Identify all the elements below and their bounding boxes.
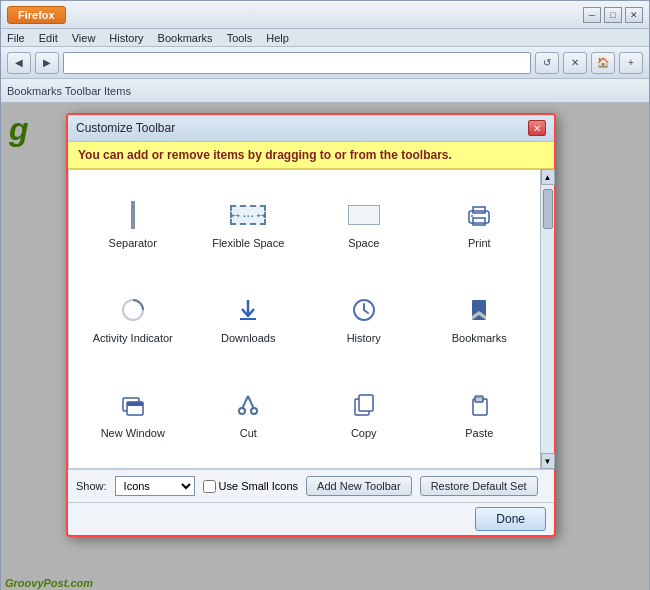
bookmarks-label: Bookmarks [452, 332, 507, 344]
window-controls: ─ □ ✕ [583, 7, 643, 23]
space-label: Space [348, 237, 379, 249]
print-icon [463, 199, 495, 231]
separator-icon [117, 199, 149, 231]
toolbar-item-print[interactable]: Print [424, 178, 536, 269]
copy-label: Copy [351, 427, 377, 439]
bottom-branding: GroovyPost.com [5, 577, 93, 589]
back-button[interactable]: ◀ [7, 52, 31, 74]
minimize-button[interactable]: ─ [583, 7, 601, 23]
menu-bookmarks[interactable]: Bookmarks [158, 32, 213, 44]
svg-rect-20 [476, 395, 482, 398]
address-bar[interactable] [63, 52, 531, 74]
reload-button[interactable]: ↺ [535, 52, 559, 74]
svg-rect-1 [473, 207, 485, 213]
show-select[interactable]: Icons Icons and Text Text [115, 476, 195, 496]
new-window-label: New Window [101, 427, 165, 439]
dialog-hint: You can add or remove items by dragging … [68, 142, 554, 169]
toolbar-item-copy[interactable]: Copy [308, 369, 420, 460]
toolbar-item-new-window[interactable]: New Window [77, 369, 189, 460]
home-button[interactable]: 🏠 [591, 52, 615, 74]
paste-label: Paste [465, 427, 493, 439]
menu-file[interactable]: File [7, 32, 25, 44]
small-icons-label: Use Small Icons [219, 480, 298, 492]
bookmarks-bar: Bookmarks Toolbar Items [1, 79, 649, 103]
menu-help[interactable]: Help [266, 32, 289, 44]
downloads-label: Downloads [221, 332, 275, 344]
small-icons-checkbox-area[interactable]: Use Small Icons [203, 480, 298, 493]
scroll-down-button[interactable]: ▼ [541, 453, 555, 469]
title-bar: Firefox ─ □ ✕ [1, 1, 649, 29]
close-button[interactable]: ✕ [625, 7, 643, 23]
svg-rect-11 [127, 402, 143, 406]
svg-line-13 [248, 396, 254, 409]
svg-point-14 [239, 408, 245, 414]
menu-bar: File Edit View History Bookmarks Tools H… [1, 29, 649, 47]
space-icon [348, 199, 380, 231]
toolbar-item-flexible-space[interactable]: ↔···↔ Flexible Space [193, 178, 305, 269]
done-button[interactable]: Done [475, 507, 546, 531]
scroll-thumb[interactable] [543, 189, 553, 229]
scrollbar[interactable]: ▲ ▼ [540, 169, 554, 469]
bookmarks-icon [463, 294, 495, 326]
svg-point-15 [251, 408, 257, 414]
bookmarks-label: Bookmarks Toolbar Items [7, 85, 131, 97]
addon-button[interactable]: + [619, 52, 643, 74]
add-toolbar-button[interactable]: Add New Toolbar [306, 476, 412, 496]
browser-window: Firefox ─ □ ✕ File Edit View History Boo… [0, 0, 650, 590]
print-label: Print [468, 237, 491, 249]
customize-toolbar-dialog: Customize Toolbar ✕ You can add or remov… [66, 113, 556, 537]
toolbar-item-paste[interactable]: Paste [424, 369, 536, 460]
separator-label: Separator [109, 237, 157, 249]
cut-label: Cut [240, 427, 257, 439]
flexible-space-label: Flexible Space [212, 237, 284, 249]
small-icons-checkbox[interactable] [203, 480, 216, 493]
menu-edit[interactable]: Edit [39, 32, 58, 44]
activity-label: Activity Indicator [93, 332, 173, 344]
new-window-icon [117, 389, 149, 421]
downloads-icon [232, 294, 264, 326]
dialog-close-button[interactable]: ✕ [528, 120, 546, 136]
svg-rect-17 [359, 395, 373, 411]
toolbar-items-grid: Separator ↔···↔ Flexible Space Space [68, 169, 554, 469]
restore-default-button[interactable]: Restore Default Set [420, 476, 538, 496]
dialog-titlebar: Customize Toolbar ✕ [68, 115, 554, 142]
show-label: Show: [76, 480, 107, 492]
svg-point-3 [471, 215, 473, 217]
flexible-space-icon: ↔···↔ [232, 199, 264, 231]
nav-bar: ◀ ▶ ↺ ✕ 🏠 + [1, 47, 649, 79]
paste-icon [463, 389, 495, 421]
toolbar-item-bookmarks[interactable]: Bookmarks [424, 273, 536, 364]
dialog-done-bar: Done [68, 502, 554, 535]
activity-icon [117, 294, 149, 326]
browser-content: g Customize Toolbar ✕ You can add or rem… [1, 103, 649, 590]
svg-line-12 [242, 396, 248, 409]
items-container: Separator ↔···↔ Flexible Space Space [68, 169, 554, 469]
svg-rect-2 [473, 218, 485, 225]
dialog-title: Customize Toolbar [76, 121, 175, 135]
toolbar-item-downloads[interactable]: Downloads [193, 273, 305, 364]
dialog-footer: Show: Icons Icons and Text Text Use Smal… [68, 469, 554, 502]
toolbar-item-space[interactable]: Space [308, 178, 420, 269]
maximize-button[interactable]: □ [604, 7, 622, 23]
scroll-up-button[interactable]: ▲ [541, 169, 555, 185]
menu-tools[interactable]: Tools [227, 32, 253, 44]
history-label: History [347, 332, 381, 344]
toolbar-item-activity[interactable]: Activity Indicator [77, 273, 189, 364]
toolbar-item-separator[interactable]: Separator [77, 178, 189, 269]
toolbar-item-history[interactable]: History [308, 273, 420, 364]
forward-button[interactable]: ▶ [35, 52, 59, 74]
history-icon [348, 294, 380, 326]
cut-icon [232, 389, 264, 421]
firefox-menu-button[interactable]: Firefox [7, 6, 66, 24]
menu-history[interactable]: History [109, 32, 143, 44]
stop-button[interactable]: ✕ [563, 52, 587, 74]
copy-icon [348, 389, 380, 421]
toolbar-item-cut[interactable]: Cut [193, 369, 305, 460]
menu-view[interactable]: View [72, 32, 96, 44]
